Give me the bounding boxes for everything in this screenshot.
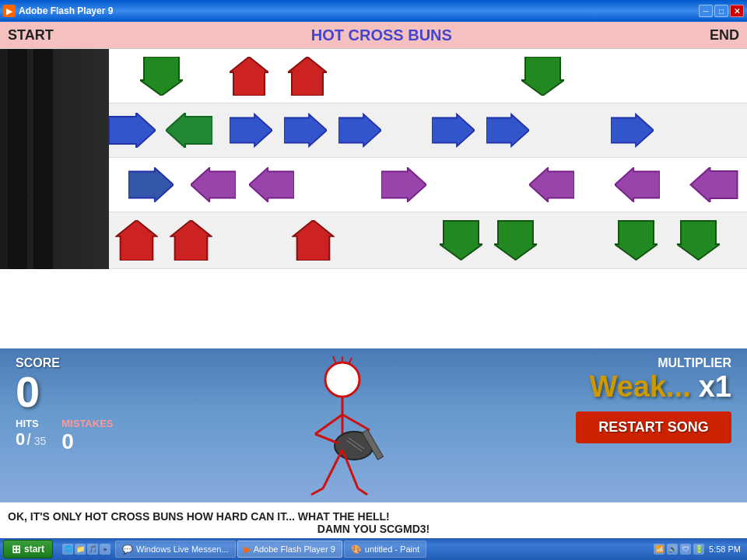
svg-line-40 [311, 488, 323, 495]
multiplier-value: x1 [699, 370, 731, 404]
tray-power: 🔋 [693, 544, 704, 555]
svg-marker-15 [381, 168, 426, 202]
tray-volume: 🔊 [667, 544, 678, 555]
svg-marker-5 [166, 113, 212, 148]
minimize-button[interactable]: ─ [699, 5, 713, 17]
arrow-left-purple-1 [191, 167, 236, 202]
taskbar-quick-2[interactable]: 📁 [75, 544, 86, 555]
song-title: HOT CROSS BUNS [311, 26, 452, 44]
black-stripe-2 [33, 49, 53, 269]
arrow-down-green-l4-3 [615, 220, 658, 261]
arrow-up-red-l4-3 [292, 220, 335, 261]
taskbar-item-paint[interactable]: 🎨 untitled - Paint [344, 541, 426, 558]
svg-marker-24 [615, 221, 658, 260]
svg-marker-23 [494, 221, 537, 260]
taskbar-items: 🌐 📁 🎵 » 💬 Windows Live Messen... ▶ Adobe… [56, 541, 647, 558]
svg-marker-12 [128, 168, 174, 202]
start-button[interactable]: ⊞ start [3, 540, 53, 558]
hits-mistakes: HITS 0 / 35 MISTAKES 0 [16, 418, 140, 454]
left-bar [0, 49, 109, 269]
svg-marker-11 [611, 114, 654, 146]
bottom-text: OK, IT'S ONLY HOT CROSS BUNS HOW HARD CA… [0, 502, 747, 543]
svg-line-38 [323, 450, 342, 488]
svg-marker-16 [529, 168, 574, 202]
hits-label: HITS [16, 418, 46, 429]
score-left: SCORE 0 HITS 0 / 35 MISTAKES 0 [0, 348, 156, 502]
lane-4 [0, 212, 747, 269]
restart-button[interactable]: RESTART SONG [576, 411, 731, 443]
svg-marker-17 [615, 168, 660, 202]
arrow-right-blue-1 [109, 113, 156, 148]
hits-value: 0 [16, 429, 25, 450]
svg-line-28 [315, 415, 342, 434]
score-panel: SCORE 0 HITS 0 / 35 MISTAKES 0 [0, 348, 747, 502]
hits-section: HITS 0 / 35 [16, 418, 46, 454]
svg-line-35 [333, 356, 336, 364]
arrow-down-green-l4-2 [494, 220, 537, 261]
arrow-down-green-1 [140, 57, 183, 96]
arrow-up-red-2 [288, 57, 327, 96]
svg-marker-1 [230, 57, 268, 96]
arrow-down-green-2 [521, 57, 564, 96]
svg-marker-4 [109, 113, 156, 148]
close-button[interactable]: ✕ [730, 5, 744, 17]
multiplier-label: MULTIPLIER [658, 356, 731, 370]
taskbar-item-flash[interactable]: ▶ Adobe Flash Player 9 [237, 541, 342, 558]
arrow-right-blue-3 [284, 113, 327, 148]
rating-text: Weak... [589, 370, 690, 404]
arrow-left-purple-2 [249, 167, 294, 202]
svg-line-34 [315, 434, 338, 443]
sys-tray: 📶 🔊 🛡 🔋 [654, 544, 704, 555]
arrow-up-red-1 [230, 57, 268, 96]
flash-label: Adobe Flash Player 9 [254, 544, 335, 554]
score-right: MULTIPLIER Weak... x1 RESTART SONG [529, 348, 747, 502]
rating-multiplier: Weak... x1 [589, 370, 731, 404]
app-icon: ▶ [3, 5, 16, 17]
svg-marker-18 [691, 167, 738, 202]
svg-marker-25 [677, 221, 720, 260]
lanes-container [0, 49, 747, 269]
clock: 5:58 PM [709, 544, 741, 554]
taskbar-item-messenger[interactable]: 💬 Windows Live Messen... [115, 541, 236, 558]
header-bar: START HOT CROSS BUNS END [0, 22, 747, 49]
arrow-right-purple-1 [381, 167, 426, 202]
start-label: START [8, 27, 54, 44]
arrow-right-blue-l3 [128, 167, 174, 202]
tray-security: 🛡 [680, 544, 691, 555]
paint-label: untitled - Paint [365, 544, 419, 554]
arrow-right-blue-6 [486, 113, 529, 148]
score-center [156, 348, 529, 502]
arrow-left-purple-3 [529, 167, 574, 202]
game-area: START HOT CROSS BUNS END [0, 22, 747, 348]
mistakes-value: 0 [61, 429, 113, 454]
tray-network: 📶 [654, 544, 665, 555]
window-title: Adobe Flash Player 9 [19, 5, 113, 16]
taskbar-right: 📶 🔊 🛡 🔋 5:58 PM [647, 544, 747, 555]
start-label: start [24, 544, 44, 555]
taskbar-quick-ie[interactable]: 🌐 [62, 544, 73, 555]
flash-icon: ▶ [244, 544, 251, 555]
svg-marker-8 [338, 114, 381, 146]
title-bar: ▶ Adobe Flash Player 9 ─ □ ✕ [0, 0, 747, 22]
lane-1 [0, 49, 747, 103]
svg-line-29 [342, 415, 370, 430]
arrow-left-green-1 [166, 113, 212, 148]
taskbar: ⊞ start 🌐 📁 🎵 » 💬 Windows Live Messen...… [0, 538, 747, 560]
svg-marker-2 [288, 57, 327, 96]
svg-marker-14 [249, 168, 294, 202]
svg-point-26 [325, 362, 359, 397]
paint-icon: 🎨 [351, 544, 362, 555]
message-line2: DAMN YOU SCGMD3! [8, 523, 739, 535]
maximize-button[interactable]: □ [714, 5, 728, 17]
svg-marker-10 [486, 114, 529, 146]
arrow-right-blue-7 [611, 113, 654, 148]
svg-marker-22 [440, 221, 482, 260]
arrow-right-blue-5 [432, 113, 475, 148]
svg-marker-13 [191, 168, 236, 202]
black-stripe-1 [8, 49, 27, 269]
taskbar-quick-3[interactable]: 🎵 [87, 544, 98, 555]
taskbar-quick-arrow[interactable]: » [100, 544, 110, 555]
arrow-left-purple-4 [615, 167, 660, 202]
svg-marker-9 [432, 114, 475, 146]
stickman [280, 356, 405, 500]
